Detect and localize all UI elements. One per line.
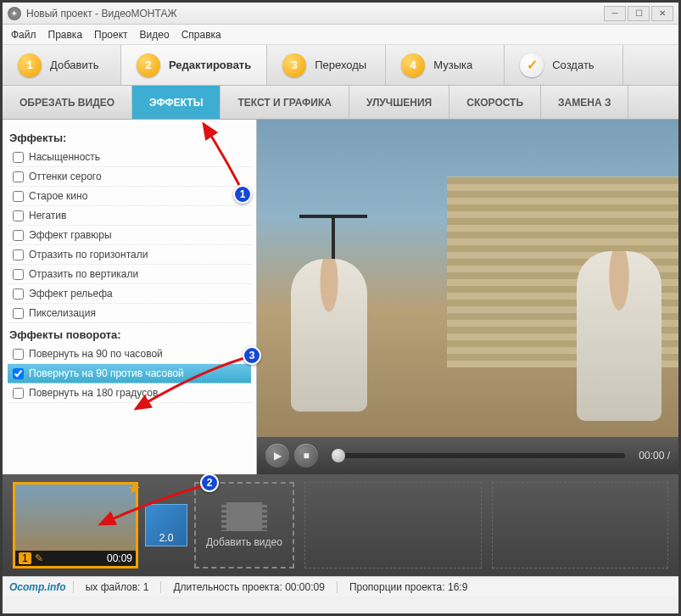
effect-label: Повернуть на 180 градусов — [29, 387, 158, 399]
effect-label: Отразить по горизонтали — [29, 249, 148, 260]
effect-checkbox[interactable] — [13, 388, 24, 399]
effect-item[interactable]: Эффект гравюры — [8, 226, 251, 245]
player-controls: ▶ ■ 00:00 / — [257, 437, 678, 474]
effect-checkbox[interactable] — [13, 230, 24, 241]
effect-checkbox[interactable] — [13, 210, 24, 221]
menu-project[interactable]: Проект — [94, 29, 128, 41]
sub-tabs: ОБРЕЗАТЬ ВИДЕО ЭФФЕКТЫ ТЕКСТ И ГРАФИКА У… — [3, 86, 678, 120]
film-icon — [226, 502, 262, 531]
effect-item[interactable]: Старое кино — [8, 187, 251, 206]
effect-label: Повернуть на 90 против часовой — [29, 367, 184, 379]
menu-video[interactable]: Видео — [140, 29, 170, 41]
watermark-logo: Ocomp.info — [3, 581, 73, 593]
effect-item[interactable]: Насыщенность — [8, 148, 251, 167]
effect-item[interactable]: Оттенки серого — [8, 167, 251, 187]
tab-create[interactable]: ✓Создать — [505, 45, 623, 85]
minimize-button[interactable]: ─ — [604, 6, 626, 21]
effect-label: Эффект рельефа — [29, 288, 113, 300]
tab-label: Музыка — [433, 59, 472, 71]
tab-label: Добавить — [50, 59, 98, 71]
video-content — [577, 251, 661, 421]
workspace: Эффекты: Насыщенность Оттенки серого Ста… — [3, 120, 678, 474]
effect-label: Пикселизация — [29, 307, 96, 319]
effect-checkbox[interactable] — [13, 308, 24, 319]
window-title: Новый проект - ВидеоМОНТАЖ — [26, 8, 177, 20]
subtab-text[interactable]: ТЕКСТ И ГРАФИКА — [220, 86, 349, 119]
effect-label: Насыщенность — [29, 151, 100, 163]
video-preview[interactable] — [257, 120, 678, 437]
add-video-label: Добавить видео — [206, 536, 282, 548]
close-button[interactable]: ✕ — [651, 6, 673, 21]
effect-item[interactable]: Отразить по вертикали — [8, 265, 251, 284]
transition-block[interactable]: 2.0 — [145, 504, 187, 546]
tab-label: Редактировать — [169, 59, 251, 71]
tab-edit[interactable]: 2Редактировать — [121, 45, 267, 85]
app-icon: ✦ — [8, 7, 21, 20]
subtab-crop[interactable]: ОБРЕЗАТЬ ВИДЕО — [3, 86, 132, 119]
effect-checkbox[interactable] — [13, 171, 24, 182]
step-3-icon: 3 — [282, 53, 306, 77]
effect-checkbox[interactable] — [13, 249, 24, 260]
effect-checkbox[interactable] — [13, 368, 24, 379]
effect-label: Эффект гравюры — [29, 229, 112, 241]
clip-thumbnail — [15, 484, 136, 551]
effect-item[interactable]: Пикселизация — [8, 304, 251, 323]
menubar: Файл Правка Проект Видео Справка — [3, 25, 678, 45]
tab-label: Переходы — [315, 59, 366, 71]
main-tabs: 1Добавить 2Редактировать 3Переходы 4Музы… — [3, 45, 678, 86]
add-video-button[interactable]: Добавить видео — [194, 482, 294, 568]
menu-file[interactable]: Файл — [11, 29, 36, 41]
subtab-speed[interactable]: СКОРОСТЬ — [449, 86, 541, 119]
effect-item[interactable]: Отразить по горизонтали — [8, 245, 251, 265]
subtab-enhance[interactable]: УЛУЧШЕНИЯ — [349, 86, 449, 119]
effects-panel: Эффекты: Насыщенность Оттенки серого Ста… — [3, 120, 257, 474]
effect-label: Повернуть на 90 по часовой — [29, 348, 163, 360]
preview-area: ▶ ■ 00:00 / — [257, 120, 678, 474]
stop-button[interactable]: ■ — [294, 444, 318, 468]
clip-duration: 00:09 — [107, 552, 132, 564]
clip-infobar: 1 ✎ 00:09 — [15, 551, 136, 566]
effect-item[interactable]: Эффект рельефа — [8, 284, 251, 304]
effect-item[interactable]: Повернуть на 180 градусов — [8, 384, 251, 403]
effect-checkbox[interactable] — [13, 349, 24, 360]
effect-label: Негатив — [29, 210, 66, 221]
transition-duration: 2.0 — [159, 532, 174, 544]
maximize-button[interactable]: ☐ — [628, 6, 650, 21]
menu-help[interactable]: Справка — [181, 29, 221, 41]
star-icon: ★ — [127, 479, 141, 498]
effect-label: Отразить по вертикали — [29, 268, 138, 280]
step-1-icon: 1 — [18, 53, 42, 77]
tab-transitions[interactable]: 3Переходы — [267, 45, 386, 85]
subtab-effects[interactable]: ЭФФЕКТЫ — [132, 86, 220, 119]
effect-checkbox[interactable] — [13, 191, 24, 202]
step-2-icon: 2 — [137, 53, 160, 77]
status-duration: Длительность проекта: 00:00:09 — [160, 581, 336, 593]
seek-slider[interactable] — [332, 453, 625, 458]
effect-label: Старое кино — [29, 190, 87, 202]
timecode: 00:00 / — [639, 450, 670, 462]
subtab-replace[interactable]: ЗАМЕНА З — [541, 86, 628, 119]
tab-music[interactable]: 4Музыка — [386, 45, 505, 85]
effect-item[interactable]: Повернуть на 90 по часовой — [8, 344, 251, 364]
play-button[interactable]: ▶ — [265, 444, 289, 468]
step-4-icon: 4 — [401, 53, 425, 77]
status-ratio: Пропорции проекта: 16:9 — [337, 581, 479, 593]
rotation-group-title: Эффекты поворота: — [9, 328, 251, 341]
timeline: ★ 1 ✎ 00:09 2.0 Добавить видео — [3, 474, 678, 576]
titlebar: ✦ Новый проект - ВидеоМОНТАЖ ─ ☐ ✕ — [3, 3, 678, 25]
edit-icon[interactable]: ✎ — [35, 552, 43, 564]
seek-knob[interactable] — [332, 449, 345, 462]
effect-checkbox[interactable] — [13, 269, 24, 280]
effect-checkbox[interactable] — [13, 152, 24, 163]
tab-add[interactable]: 1Добавить — [3, 45, 121, 85]
timeline-placeholder — [304, 482, 482, 568]
timeline-placeholder — [492, 482, 669, 568]
clip-index: 1 — [19, 552, 31, 564]
effect-item[interactable]: Негатив — [8, 206, 251, 226]
menu-edit[interactable]: Правка — [48, 29, 83, 41]
effect-item-selected[interactable]: Повернуть на 90 против часовой — [8, 364, 251, 384]
timeline-clip[interactable]: ★ 1 ✎ 00:09 — [13, 482, 138, 568]
statusbar: Ocomp.info ых файлов: 1 Длительность про… — [3, 576, 678, 596]
effect-checkbox[interactable] — [13, 288, 24, 300]
status-files: ых файлов: 1 — [73, 581, 161, 593]
